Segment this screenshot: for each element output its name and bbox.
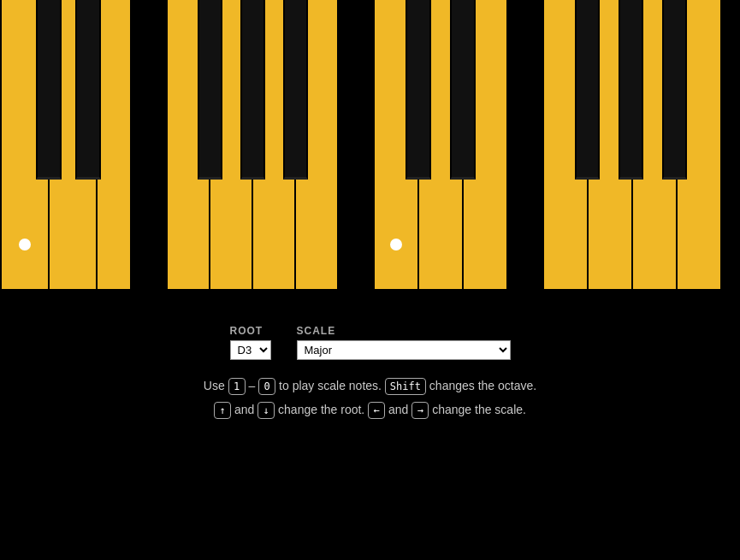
black-key-as3[interactable]	[283, 0, 308, 180]
help-and-1: and	[234, 403, 258, 416]
scale-select[interactable]: Major Minor Dorian Phrygian Lydian Mixol…	[297, 340, 511, 360]
key-0: 0	[258, 378, 275, 395]
black-key-ds3[interactable]	[75, 0, 101, 180]
white-key-e3[interactable]	[98, 0, 132, 291]
root-select[interactable]: C2D2E2F2 G2A2B2C3 D3E3F3G3 A3B3C4	[230, 340, 271, 360]
selector-row: ROOT C2D2E2F2 G2A2B2C3 D3E3F3G3 A3B3C4 S…	[230, 325, 511, 360]
piano	[0, 0, 740, 291]
black-key-gs4[interactable]	[619, 0, 643, 180]
gap-2	[339, 0, 373, 291]
key-up: ↑	[214, 402, 231, 419]
black-key-cs4[interactable]	[406, 0, 431, 180]
octave-group-2	[166, 0, 339, 291]
help-section: Use 1 – 0 to play scale notes. Shift cha…	[204, 374, 536, 421]
controls-section: ROOT C2D2E2F2 G2A2B2C3 D3E3F3G3 A3B3C4 S…	[204, 325, 536, 421]
help-octave-text: changes the octave.	[429, 379, 536, 392]
help-use-text: Use	[204, 379, 228, 392]
gap-3	[508, 0, 542, 291]
octave-group-3	[373, 0, 508, 291]
key-left: ←	[368, 402, 385, 419]
help-line-2: ↑ and ↓ change the root. ← and → change …	[204, 398, 536, 421]
black-key-as4[interactable]	[662, 0, 687, 180]
key-shift: Shift	[385, 378, 426, 395]
root-selector-group: ROOT C2D2E2F2 G2A2B2C3 D3E3F3G3 A3B3C4	[230, 325, 271, 360]
scale-selector-group: SCALE Major Minor Dorian Phrygian Lydian…	[297, 325, 511, 360]
gap-1	[132, 0, 166, 291]
key-right: →	[411, 402, 429, 419]
help-scale-text: change the scale.	[432, 403, 526, 416]
help-play-text: to play scale notes.	[279, 379, 385, 392]
black-key-cs3[interactable]	[36, 0, 62, 180]
octave-group-4	[542, 0, 722, 291]
key-down: ↓	[258, 402, 275, 419]
black-key-fs3[interactable]	[198, 0, 222, 180]
black-key-gs3[interactable]	[240, 0, 265, 180]
black-key-ds4[interactable]	[450, 0, 476, 180]
octave-group-1	[0, 0, 132, 291]
root-label: ROOT	[230, 325, 271, 337]
help-and-2: and	[388, 403, 411, 416]
help-root-text: change the root.	[278, 403, 368, 416]
black-key-fs4[interactable]	[575, 0, 600, 180]
scale-label: SCALE	[297, 325, 511, 337]
key-1: 1	[228, 378, 246, 395]
help-dash: –	[249, 379, 259, 392]
help-line-1: Use 1 – 0 to play scale notes. Shift cha…	[204, 374, 536, 398]
